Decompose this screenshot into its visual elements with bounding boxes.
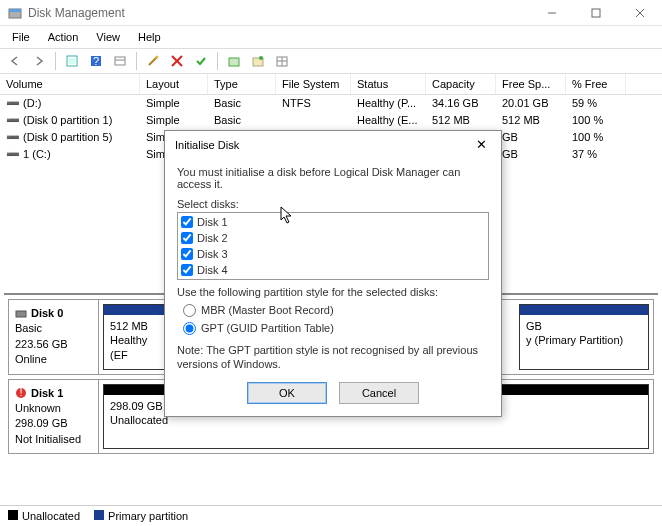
volume-row[interactable]: ➖ (D:) Simple Basic NTFS Healthy (P... 3… (0, 95, 662, 112)
disk-type: Basic (15, 321, 92, 336)
ok-button[interactable]: OK (247, 382, 327, 404)
wand-icon[interactable] (142, 51, 164, 71)
select-disks-label: Select disks: (177, 198, 489, 210)
help-icon[interactable]: ? (85, 51, 107, 71)
svg-rect-3 (592, 9, 600, 17)
disk-checkbox[interactable] (181, 248, 193, 260)
initialise-disk-dialog: Initialise Disk ✕ You must initialise a … (164, 130, 502, 417)
disk-info: Disk 0 Basic 223.56 GB Online (9, 300, 99, 374)
svg-rect-16 (229, 58, 239, 66)
disk-option[interactable]: Disk 4 (179, 262, 487, 278)
disk-checkbox[interactable] (181, 232, 193, 244)
close-button[interactable] (618, 0, 662, 26)
forward-icon[interactable] (28, 51, 50, 71)
disk-name: Disk 1 (31, 386, 63, 401)
dialog-note: Note: The GPT partition style is not rec… (177, 343, 489, 372)
disk-name: Disk 0 (31, 306, 63, 321)
svg-point-13 (156, 56, 159, 59)
col-freespace[interactable]: Free Sp... (496, 74, 566, 94)
svg-rect-1 (9, 9, 21, 12)
svg-rect-22 (16, 311, 26, 317)
cancel-button[interactable]: Cancel (339, 382, 419, 404)
volume-grid-header: Volume Layout Type File System Status Ca… (0, 74, 662, 95)
warning-icon: ! (15, 387, 27, 399)
svg-point-18 (259, 56, 263, 60)
svg-text:?: ? (93, 55, 99, 67)
list-icon[interactable] (109, 51, 131, 71)
app-icon (8, 6, 22, 20)
svg-rect-7 (69, 58, 75, 64)
col-status[interactable]: Status (351, 74, 426, 94)
legend: Unallocated Primary partition (0, 505, 662, 526)
svg-text:!: ! (19, 387, 22, 398)
disk-state: Online (15, 352, 92, 367)
window-title: Disk Management (28, 6, 530, 20)
check-icon[interactable] (190, 51, 212, 71)
disk-select-list[interactable]: Disk 1 Disk 2 Disk 3 Disk 4 (177, 212, 489, 280)
partition[interactable]: GBy (Primary Partition) (519, 304, 649, 370)
menu-action[interactable]: Action (40, 29, 87, 45)
partition-style-label: Use the following partition style for th… (177, 286, 489, 298)
titlebar: Disk Management (0, 0, 662, 26)
dialog-message: You must initialise a disk before Logica… (177, 166, 489, 190)
col-filesystem[interactable]: File System (276, 74, 351, 94)
menubar: File Action View Help (0, 26, 662, 48)
col-capacity[interactable]: Capacity (426, 74, 496, 94)
minimize-button[interactable] (530, 0, 574, 26)
disk-info: !Disk 1 Unknown 298.09 GB Not Initialise… (9, 380, 99, 454)
back-icon[interactable] (4, 51, 26, 71)
mbr-radio[interactable]: MBR (Master Boot Record) (183, 302, 489, 320)
new-vol-icon[interactable] (223, 51, 245, 71)
disk-type: Unknown (15, 401, 92, 416)
legend-swatch-primary (94, 510, 104, 520)
delete-icon[interactable] (166, 51, 188, 71)
col-type[interactable]: Type (208, 74, 276, 94)
disk-icon (15, 308, 27, 320)
toolbar: ? (0, 48, 662, 74)
dialog-title: Initialise Disk (175, 139, 471, 151)
disk-checkbox[interactable] (181, 216, 193, 228)
disk-state: Not Initialised (15, 432, 92, 447)
dialog-close-icon[interactable]: ✕ (471, 137, 491, 152)
table-icon[interactable] (271, 51, 293, 71)
col-layout[interactable]: Layout (140, 74, 208, 94)
vol-name: (Disk 0 partition 5) (23, 131, 112, 143)
menu-help[interactable]: Help (130, 29, 169, 45)
volume-row[interactable]: ➖ (Disk 0 partition 1) Simple Basic Heal… (0, 112, 662, 129)
col-volume[interactable]: Volume (0, 74, 140, 94)
svg-rect-10 (115, 57, 125, 65)
disk-option[interactable]: Disk 2 (179, 230, 487, 246)
disk-size: 298.09 GB (15, 416, 92, 431)
vol-name: 1 (C:) (23, 148, 51, 160)
legend-swatch-unalloc (8, 510, 18, 520)
vol-name: (Disk 0 partition 1) (23, 114, 112, 126)
col-pctfree[interactable]: % Free (566, 74, 626, 94)
menu-view[interactable]: View (88, 29, 128, 45)
vol-name: (D:) (23, 97, 41, 109)
menu-file[interactable]: File (4, 29, 38, 45)
maximize-button[interactable] (574, 0, 618, 26)
gpt-radio[interactable]: GPT (GUID Partition Table) (183, 320, 489, 338)
partition[interactable]: 512 MBHealthy (EF (103, 304, 167, 370)
disk-size: 223.56 GB (15, 337, 92, 352)
svg-line-12 (149, 57, 157, 65)
refresh-icon[interactable] (61, 51, 83, 71)
new-part-icon[interactable] (247, 51, 269, 71)
disk-checkbox[interactable] (181, 264, 193, 276)
disk-option[interactable]: Disk 3 (179, 246, 487, 262)
disk-option[interactable]: Disk 1 (179, 214, 487, 230)
